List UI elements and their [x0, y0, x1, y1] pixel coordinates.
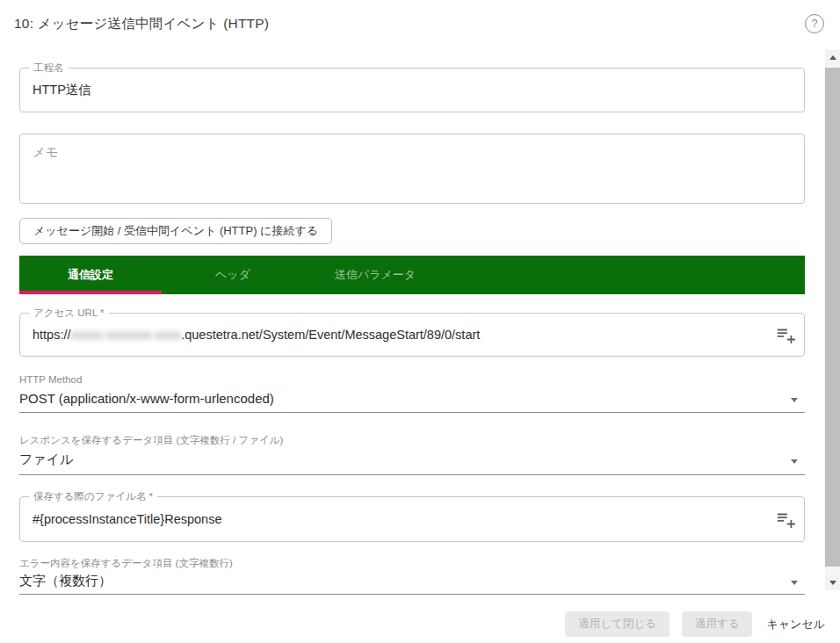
- tab-label: 通信設定: [68, 267, 113, 283]
- http-method-value: POST (application/x-www-form-urlencoded): [19, 386, 805, 413]
- scroll-up-button[interactable]: [825, 50, 840, 65]
- triangle-up-icon: [829, 55, 836, 60]
- tab-label: 送信パラメータ: [335, 267, 416, 283]
- settings-tabbar: 通信設定 ヘッダ 送信パラメータ: [19, 256, 805, 294]
- cancel-button[interactable]: キャンセル: [764, 611, 827, 637]
- connect-message-start-button[interactable]: メッセージ開始 / 受信中間イベント (HTTP) に接続する: [19, 218, 332, 244]
- response-data-item-value: ファイル: [19, 446, 805, 475]
- scroll-down-button[interactable]: [825, 575, 840, 590]
- page-title: 10: メッセージ送信中間イベント (HTTP): [14, 15, 269, 33]
- caret-down-icon: [791, 398, 798, 402]
- response-data-item-label: レスポンスを保存するデータ項目 (文字複数行 / ファイル): [19, 435, 805, 446]
- caret-down-icon: [791, 581, 798, 585]
- http-method-select[interactable]: HTTP Method POST (application/x-www-form…: [19, 374, 805, 413]
- tab-headers[interactable]: ヘッダ: [162, 256, 304, 294]
- error-data-item-value: 文字（複数行）: [19, 569, 805, 595]
- playlist-add-icon[interactable]: [776, 509, 795, 529]
- access-url-value: https://xxxxx-xxxxxxx-xxxx.questetra.net…: [33, 314, 480, 356]
- triangle-down-icon: [829, 581, 836, 585]
- process-name-input[interactable]: [20, 69, 804, 112]
- tab-communication-settings[interactable]: 通信設定: [19, 256, 162, 294]
- apply-button[interactable]: 適用する: [682, 611, 753, 637]
- playlist-add-icon[interactable]: [776, 325, 795, 344]
- tab-send-parameters[interactable]: 送信パラメータ: [304, 256, 446, 294]
- response-data-item-select[interactable]: レスポンスを保存するデータ項目 (文字複数行 / ファイル) ファイル: [19, 435, 805, 475]
- access-url-field[interactable]: アクセス URL * https://xxxxx-xxxxxxx-xxxx.qu…: [19, 313, 805, 357]
- memo-textarea[interactable]: [19, 134, 805, 204]
- save-file-name-label: 保存する際のファイル名 *: [29, 490, 157, 503]
- scrollbar-thumb[interactable]: [825, 68, 840, 567]
- http-method-label: HTTP Method: [19, 374, 805, 386]
- save-file-name-input[interactable]: [20, 497, 804, 541]
- process-name-field: 工程名: [19, 68, 805, 112]
- url-suffix: .questetra.net/System/Event/MessageStart…: [181, 328, 480, 342]
- dialog-footer: 適用して閉じる 適用する キャンセル: [565, 611, 827, 637]
- apply-and-close-button[interactable]: 適用して閉じる: [565, 611, 670, 637]
- error-data-item-label: エラー内容を保存するデータ項目 (文字複数行): [19, 558, 805, 569]
- message-send-event-dialog: 10: メッセージ送信中間イベント (HTTP) ? 工程名 メッセージ開始 /…: [0, 0, 840, 643]
- save-file-name-field: 保存する際のファイル名 *: [19, 496, 805, 542]
- tab-label: ヘッダ: [215, 267, 250, 283]
- help-icon[interactable]: ?: [805, 14, 824, 33]
- url-prefix: https://: [33, 328, 71, 342]
- vertical-scrollbar: [825, 50, 840, 590]
- error-data-item-select[interactable]: エラー内容を保存するデータ項目 (文字複数行) 文字（複数行）: [19, 558, 805, 595]
- caret-down-icon: [791, 459, 798, 464]
- process-name-label: 工程名: [29, 61, 69, 75]
- url-masked-segment: xxxxx-xxxxxxx-xxxx: [71, 328, 182, 342]
